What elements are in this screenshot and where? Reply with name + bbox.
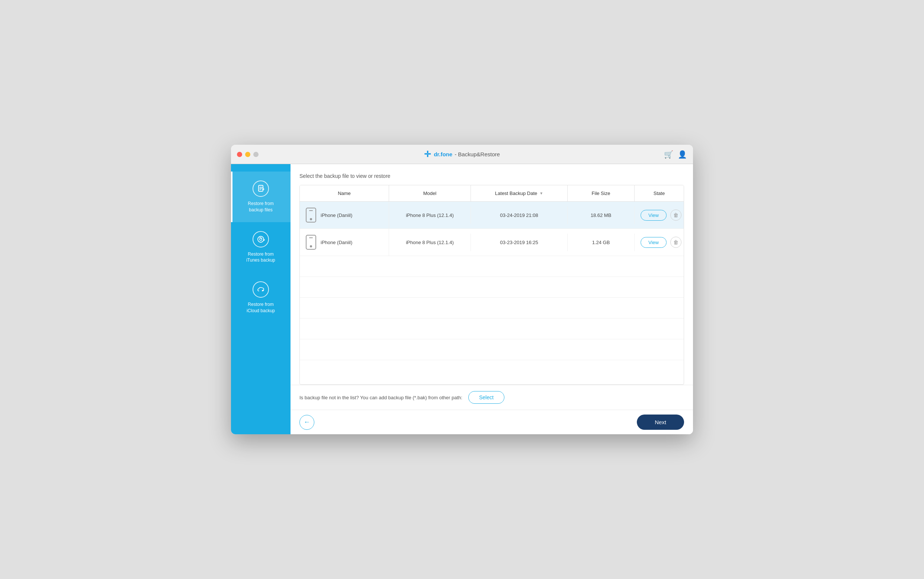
- content-inner: Select the backup file to view or restor…: [291, 164, 693, 385]
- logo-plus-icon: ✛: [424, 150, 431, 159]
- table-row[interactable]: iPhone (Daniil) iPhone 8 Plus (12.1.4) 0…: [300, 229, 684, 256]
- table-row-empty-5: [300, 339, 684, 360]
- back-button[interactable]: ←: [299, 415, 314, 430]
- delete-button-1[interactable]: 🗑: [670, 209, 681, 221]
- cell-date-2: 03-23-2019 16:25: [471, 234, 568, 251]
- svg-point-2: [260, 238, 262, 240]
- table-row-empty-3: [300, 298, 684, 319]
- minimize-button[interactable]: [245, 152, 250, 157]
- table-header: Name Model Latest Backup Date ▼ File Siz…: [300, 185, 684, 202]
- cell-size-2: 1.24 GB: [568, 234, 635, 251]
- icloud-icon: [253, 281, 269, 298]
- bottom-nav: ← Next: [291, 410, 693, 434]
- sidebar-label-itunes: Restore fromiTunes backup: [246, 251, 275, 264]
- device-name-2: iPhone (Daniil): [321, 240, 352, 245]
- header-model: Model: [389, 185, 471, 201]
- header-backup-date[interactable]: Latest Backup Date ▼: [471, 185, 568, 201]
- app-title: ✛ dr.fone - Backup&Restore: [424, 150, 500, 159]
- cell-model-1: iPhone 8 Plus (12.1.4): [389, 206, 471, 224]
- app-window: ✛ dr.fone - Backup&Restore 🛒 👤: [231, 145, 693, 434]
- active-indicator: [231, 172, 232, 222]
- view-button-1[interactable]: View: [640, 210, 667, 221]
- cell-size-1: 18.62 MB: [568, 206, 635, 224]
- brand-name: dr.fone: [434, 151, 452, 157]
- view-button-2[interactable]: View: [640, 237, 667, 248]
- sidebar-label-icloud: Restore fromiCloud backup: [247, 301, 275, 314]
- close-button[interactable]: [237, 152, 242, 157]
- select-button[interactable]: Select: [469, 391, 504, 404]
- cell-name-1: iPhone (Daniil): [300, 202, 389, 229]
- header-state: State: [635, 185, 684, 201]
- table-body: iPhone (Daniil) iPhone 8 Plus (12.1.4) 0…: [300, 202, 684, 384]
- titlebar-actions: 🛒 👤: [664, 150, 687, 159]
- device-name-1: iPhone (Daniil): [321, 213, 352, 218]
- sidebar-item-restore-icloud[interactable]: Restore fromiCloud backup: [231, 272, 291, 323]
- next-button[interactable]: Next: [637, 414, 684, 430]
- sidebar: Restore frombackup files Restore fromiTu…: [231, 164, 291, 434]
- sidebar-item-restore-itunes[interactable]: Restore fromiTunes backup: [231, 222, 291, 273]
- cart-icon[interactable]: 🛒: [664, 150, 673, 159]
- phone-icon-2: [306, 235, 316, 250]
- section-title: Select the backup file to view or restor…: [299, 173, 684, 179]
- traffic-lights: [237, 152, 258, 157]
- footer-text: Is backup file not in the list? You can …: [299, 395, 462, 401]
- sidebar-item-restore-backup-files[interactable]: Restore frombackup files: [231, 172, 291, 222]
- backup-table: Name Model Latest Backup Date ▼ File Siz…: [299, 185, 684, 385]
- maximize-button[interactable]: [253, 152, 258, 157]
- header-name: Name: [300, 185, 389, 201]
- sidebar-label-backup-files: Restore frombackup files: [248, 201, 273, 213]
- cell-action-2: View 🗑: [635, 231, 684, 254]
- titlebar: ✛ dr.fone - Backup&Restore 🛒 👤: [231, 145, 693, 164]
- itunes-icon: [253, 231, 269, 247]
- table-row-empty-4: [300, 319, 684, 339]
- main-area: Restore frombackup files Restore fromiTu…: [231, 164, 693, 434]
- phone-icon-1: [306, 208, 316, 222]
- header-file-size: File Size: [568, 185, 635, 201]
- delete-button-2[interactable]: 🗑: [670, 237, 681, 248]
- title-suffix: - Backup&Restore: [455, 151, 500, 157]
- header-backup-date-label: Latest Backup Date: [495, 191, 537, 196]
- sort-arrow-icon: ▼: [539, 191, 543, 195]
- cell-model-2: iPhone 8 Plus (12.1.4): [389, 234, 471, 251]
- content-panel: Select the backup file to view or restor…: [291, 164, 693, 434]
- footer-bar: Is backup file not in the list? You can …: [291, 385, 693, 410]
- user-icon[interactable]: 👤: [678, 150, 687, 159]
- cell-date-1: 03-24-2019 21:08: [471, 206, 568, 224]
- table-row-empty-2: [300, 277, 684, 298]
- svg-point-1: [258, 236, 264, 242]
- cell-name-2: iPhone (Daniil): [300, 229, 389, 256]
- table-row[interactable]: iPhone (Daniil) iPhone 8 Plus (12.1.4) 0…: [300, 202, 684, 229]
- backup-files-icon: [253, 180, 269, 197]
- cell-action-1: View 🗑: [635, 204, 684, 227]
- table-row-empty-1: [300, 256, 684, 277]
